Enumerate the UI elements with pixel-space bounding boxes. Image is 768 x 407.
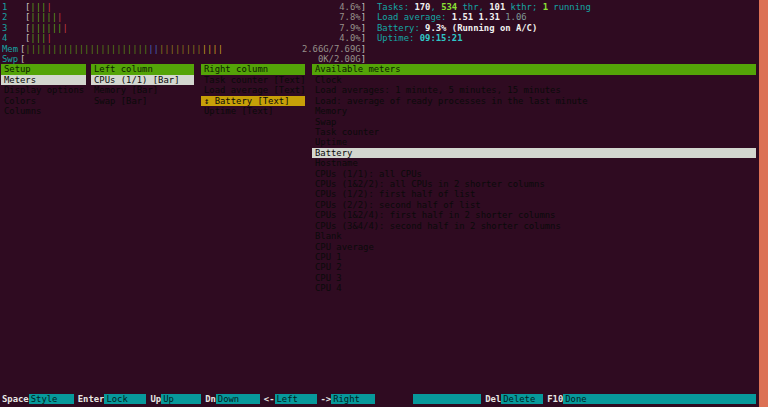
list-item[interactable]: Load averages: 1 minute, 5 minutes, 15 m…	[312, 85, 756, 95]
list-item[interactable]: CPU 1	[312, 252, 756, 262]
meter-bar-segment-blue: ||	[148, 44, 159, 54]
meter-value: 4.6%	[339, 2, 360, 12]
meter-label: Swp	[2, 54, 20, 64]
meter-bar-pipes: |||||||||||||||||||||||||||||||||||||	[25, 44, 223, 54]
list-item[interactable]: Meters	[1, 75, 86, 85]
text-meter-segment: 1.31	[479, 12, 506, 22]
list-item[interactable]: Uptime [Text]	[201, 106, 305, 116]
fn-action-right[interactable]: Right	[331, 394, 375, 405]
meter-bar: 0K/2.00G	[25, 54, 360, 64]
text-meter-segment: Uptime:	[377, 33, 420, 43]
list-item[interactable]: Memory [Bar]	[91, 85, 194, 95]
list-item[interactable]: CPUs (1&2/2): all CPUs in 2 shorter colu…	[312, 179, 756, 189]
text-meter-segment: Load average:	[377, 12, 452, 22]
list-item[interactable]: Swap [Bar]	[91, 96, 194, 106]
right-column-header: Right column	[201, 64, 305, 74]
text-meter-segment: 170	[414, 2, 430, 12]
fn-action-style[interactable]: Style	[29, 394, 74, 405]
meter-label: 3	[2, 23, 25, 33]
list-item[interactable]: CPUs (1/1): all CPUs	[312, 169, 756, 179]
list-item[interactable]: Load average [Text]	[201, 85, 305, 95]
meter-bar-segment-red: |	[46, 33, 51, 43]
setup-categories-panel: Setup MetersDisplay optionsColorsColumns	[1, 64, 86, 116]
meter-bar: ||||4.0%	[30, 33, 360, 43]
list-item[interactable]: ↕ Battery [Text]	[201, 96, 305, 106]
meter-label: Mem	[2, 44, 20, 54]
list-item[interactable]: CPUs (1/2): first half of list	[312, 189, 756, 199]
list-item[interactable]: Swap	[312, 117, 756, 127]
meter-bar-segment-red: |	[57, 12, 62, 22]
text-meter-segment: 1.51	[452, 12, 479, 22]
list-item[interactable]: Memory	[312, 106, 756, 116]
available-meters-items: ClockLoad averages: 1 minute, 5 minutes,…	[312, 75, 756, 294]
list-item[interactable]: Task counter	[312, 127, 756, 137]
text-meter-segment: 09:15:21	[420, 33, 463, 43]
list-item[interactable]: CPUs (3&4/4): second half in 2 shorter c…	[312, 221, 756, 231]
text-meter-segment: ,	[430, 2, 441, 12]
list-item[interactable]: Blank	[312, 231, 756, 241]
fn-action-lock[interactable]: Lock	[104, 394, 146, 405]
uptime-meter: Uptime: 09:15:21	[377, 33, 591, 43]
text-meter-segment: kthr;	[505, 2, 542, 12]
meter-bar-segment-green: |||	[30, 33, 46, 43]
fn-action-done[interactable]: Done	[563, 394, 756, 405]
tasks-meter: Tasks: 170, 534 thr, 101 kthr; 1 running	[377, 2, 591, 12]
list-item[interactable]: Columns	[1, 106, 86, 116]
list-item[interactable]: Uptime	[312, 137, 756, 147]
left-column-header: Left column	[91, 64, 194, 74]
available-meters-header: Available meters	[312, 64, 756, 74]
list-item[interactable]: CPUs (1&2/4): first half in 2 shorter co…	[312, 210, 756, 220]
text-meter-segment: 101	[489, 2, 505, 12]
meter-bar: ||||||7.8%	[30, 12, 360, 22]
fn-action-blank[interactable]	[413, 394, 481, 405]
meter-bar-pipes: ||||||	[30, 12, 62, 22]
list-item[interactable]: CPU 3	[312, 273, 756, 283]
meter-close-bracket: ]	[361, 33, 366, 43]
meter-label: 4	[2, 33, 25, 43]
fn-action-delete[interactable]: Delete	[501, 394, 543, 405]
meter-close-bracket: ]	[361, 44, 366, 54]
setup-panel-items: MetersDisplay optionsColorsColumns	[1, 75, 86, 117]
list-item[interactable]: CPUs (2/2): second half of list	[312, 200, 756, 210]
meter-close-bracket: ]	[361, 12, 366, 22]
meter-row-mem: Mem[||||||||||||||||||||||||||||||||||||…	[2, 44, 366, 54]
meter-row-4: 4[||||4.0%]	[2, 33, 366, 43]
list-item[interactable]: CPU 2	[312, 262, 756, 272]
desktop-background: { "colors": { "background": "#2f0b21", "…	[0, 0, 768, 407]
left-column-items: CPUs (1/1) [Bar]Memory [Bar]Swap [Bar]	[91, 75, 194, 106]
list-item[interactable]: Hostname	[312, 158, 756, 168]
meter-value: 2.66G/7.69G	[302, 44, 361, 54]
list-item[interactable]: CPU 4	[312, 283, 756, 293]
list-item[interactable]: CPU average	[312, 242, 756, 252]
meter-row-swp: Swp[0K/2.00G]	[2, 54, 366, 64]
meter-close-bracket: ]	[361, 23, 366, 33]
meter-label: 2	[2, 12, 25, 22]
load-average-meter: Load average: 1.51 1.31 1.06	[377, 12, 591, 22]
fn-key-style: Space	[0, 394, 29, 405]
text-meter-segment: thr,	[457, 2, 489, 12]
meter-bar-segment-memgreen: |||||||||||||||||||||||	[25, 44, 148, 54]
meter-close-bracket: ]	[361, 2, 366, 12]
fn-action-left[interactable]: Left	[275, 394, 317, 405]
list-item[interactable]: Display options	[1, 85, 86, 95]
meter-value: 7.9%	[339, 23, 360, 33]
meter-bar-pipes: ||||	[30, 33, 51, 43]
fn-action-down[interactable]: Down	[216, 394, 260, 405]
text-meter-segment: 1.06	[505, 12, 526, 22]
list-item[interactable]: Task counter [Text]	[201, 75, 305, 85]
text-meter-segment: 534	[441, 2, 457, 12]
list-item[interactable]: CPUs (1/1) [Bar]	[91, 75, 194, 85]
meter-bar-segment-yellow: ||||	[202, 44, 223, 54]
meter-bar: |||||||7.9%	[30, 23, 360, 33]
list-item[interactable]: Clock	[312, 75, 756, 85]
list-item[interactable]: Battery	[312, 148, 756, 158]
text-meter-segment: running	[548, 2, 591, 12]
fn-action-up[interactable]: Up	[161, 394, 201, 405]
meter-bar-segment-red: |	[46, 2, 51, 12]
list-item[interactable]: Colors	[1, 96, 86, 106]
fn-key-down: Dn	[201, 394, 216, 405]
right-column-panel: Right column Task counter [Text]Load ave…	[201, 64, 305, 116]
list-item[interactable]: Load: average of ready processes in the …	[312, 96, 756, 106]
fn-key-right: ->	[317, 394, 332, 405]
header-meters-left: 1[||||4.6%]2[||||||7.8%]3[|||||||7.9%]4[…	[2, 2, 366, 65]
